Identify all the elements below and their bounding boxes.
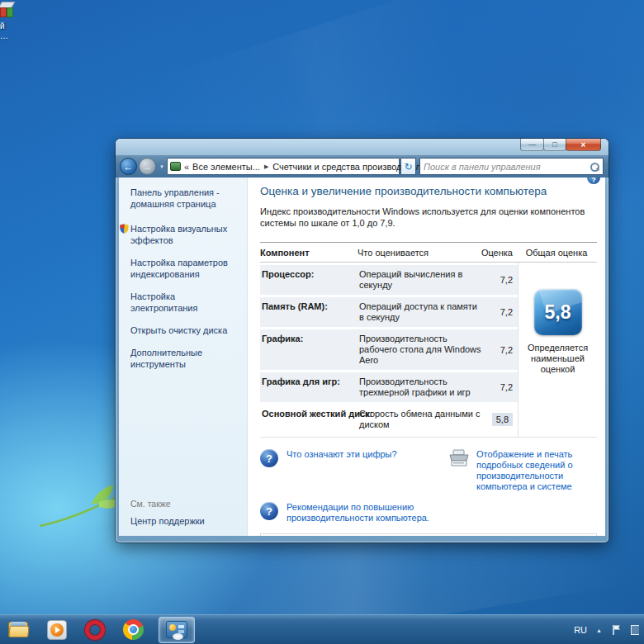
show-hidden-icons-icon[interactable]: ▲ <box>596 627 602 633</box>
col-header-score: Оценка <box>478 248 516 258</box>
sidebar-item-label: Настройка визуальных эффектов <box>130 224 227 245</box>
col-header-component: Компонент <box>260 248 358 258</box>
component-description: Производительность трехмерной графики и … <box>359 376 481 398</box>
package-icon <box>0 2 15 18</box>
tray-partial-icon[interactable] <box>631 625 639 635</box>
component-description: Операций вычисления в секунду <box>359 269 481 291</box>
component-name: Память (RAM): <box>262 301 359 323</box>
opera-icon <box>85 620 105 640</box>
component-name: Основной жесткий диск: <box>262 409 359 430</box>
component-score: 5,8 <box>492 414 518 424</box>
col-header-what: Что оценивается <box>358 248 478 258</box>
taskbar-opera-button[interactable] <box>83 618 107 642</box>
language-indicator[interactable]: RU <box>574 625 587 635</box>
base-score-panel: 5,8 Определяется наименьшей оценкой <box>518 263 597 437</box>
sidebar-item-power[interactable]: Настройка электропитания <box>130 291 242 314</box>
refresh-button[interactable]: ↻ <box>400 158 416 175</box>
link-print-details[interactable]: Отображение и печать подробных сведений … <box>448 449 599 492</box>
printer-icon <box>448 449 470 467</box>
taskbar-chrome-button[interactable] <box>121 618 145 642</box>
table-row: Графика: Производительность рабочего сто… <box>260 329 518 370</box>
base-score-badge: 5,8 <box>534 289 582 335</box>
search-icon[interactable] <box>590 162 599 172</box>
sidebar-item-label: Открыть очистку диска <box>130 325 227 335</box>
component-score: 7,2 <box>500 382 518 392</box>
action-center-flag-icon[interactable] <box>611 624 622 636</box>
sidebar-item-home[interactable]: Панель управления - домашняя страница <box>130 187 242 210</box>
intro-text: Индекс производительности Windows исполь… <box>260 206 589 229</box>
table-header-row: Компонент Что оценивается Оценка Общая о… <box>260 242 597 263</box>
close-button[interactable]: × <box>566 139 601 151</box>
component-score: 7,2 <box>500 345 518 355</box>
component-name: Процессор: <box>262 269 359 291</box>
sidebar-item-label: Настройка электропитания <box>130 291 197 313</box>
breadcrumb-collapse[interactable]: « <box>184 162 189 172</box>
breadcrumb-separator-icon: ▶ <box>264 163 268 170</box>
link-performance-tips[interactable]: ? Рекомендации по повышению производител… <box>260 502 448 523</box>
sidebar-item-disk-cleanup[interactable]: Открыть очистку диска <box>130 324 242 336</box>
component-description: Операций доступа к памяти в секунду <box>359 301 481 323</box>
col-header-base-score: Общая оценка <box>516 248 597 258</box>
performance-tools-icon <box>166 621 187 638</box>
sidebar-item-advanced-tools[interactable]: Дополнительные инструменты <box>130 347 242 370</box>
component-description: Производительность рабочего стола для Wi… <box>359 334 481 366</box>
sidebar: Панель управления - домашняя страница На… <box>119 178 248 536</box>
main-pane: ? Оценка и увеличение производительности… <box>248 178 605 536</box>
table-row: Основной жесткий диск: Скорость обмена д… <box>260 405 518 434</box>
sidebar-item-visual-effects[interactable]: Настройка визуальных эффектов <box>130 223 242 246</box>
component-description: Скорость обмена данными с диском <box>359 409 481 430</box>
desktop: й … — □ × ← → ▼ « Все элементы... ▶ Счет… <box>0 0 644 644</box>
sidebar-item-action-center[interactable]: Центр поддержки <box>130 516 242 526</box>
recent-pages-dropdown-icon[interactable]: ▼ <box>159 164 164 169</box>
question-mark-icon: ? <box>260 449 278 467</box>
link-label[interactable]: Что означают эти цифры? <box>286 449 397 460</box>
table-row: Процессор: Операций вычисления в секунду… <box>260 265 518 295</box>
sidebar-item-label: Настройка параметров индексирования <box>130 258 228 279</box>
help-icon[interactable]: ? <box>587 178 600 184</box>
table-row: Память (RAM): Операций доступа к памяти … <box>260 297 518 327</box>
back-button[interactable]: ← <box>120 158 137 175</box>
link-label[interactable]: Отображение и печать подробных сведений … <box>476 449 599 492</box>
sidebar-item-indexing[interactable]: Настройка параметров индексирования <box>130 257 242 280</box>
desktop-icon-partial[interactable]: й … <box>0 2 33 41</box>
base-score-note: Определяется наименьшей оценкой <box>520 343 596 375</box>
performance-table: Компонент Что оценивается Оценка Общая о… <box>260 242 597 438</box>
system-tray: RU ▲ <box>574 615 639 644</box>
address-bar[interactable]: « Все элементы... ▶ Счетчики и средства … <box>167 158 400 175</box>
taskbar-active-performance-window-button[interactable] <box>159 617 195 643</box>
link-label[interactable]: Рекомендации по повышению производительн… <box>286 502 448 523</box>
component-score: 7,2 <box>500 275 518 285</box>
page-title: Оценка и увеличение производительности к… <box>260 185 599 197</box>
links-section: ? Что означают эти цифры? Отображение и … <box>260 449 599 523</box>
breadcrumb-root[interactable]: Все элементы... <box>192 162 260 172</box>
window-content: Панель управления - домашняя страница На… <box>119 178 605 536</box>
control-panel-window: — □ × ← → ▼ « Все элементы... ▶ Счетчики… <box>116 139 608 542</box>
taskbar-explorer-button[interactable] <box>7 618 31 642</box>
media-player-icon <box>47 620 67 640</box>
maximize-button[interactable]: □ <box>543 139 566 151</box>
link-what-numbers[interactable]: ? Что означают эти цифры? <box>260 449 448 492</box>
titlebar[interactable]: — □ × <box>116 139 608 155</box>
see-also-heading: См. также <box>130 499 242 509</box>
explorer-folder-icon <box>8 622 30 638</box>
uac-shield-icon <box>120 224 129 234</box>
sidebar-item-label: Дополнительные инструменты <box>130 348 202 369</box>
search-box[interactable] <box>419 158 604 175</box>
taskbar: RU ▲ <box>0 614 644 644</box>
minimize-button[interactable]: — <box>520 139 544 151</box>
component-name: Графика: <box>262 334 359 366</box>
taskbar-media-player-button[interactable] <box>45 618 69 642</box>
desktop-icon-label: й … <box>0 21 33 41</box>
forward-button[interactable]: → <box>139 158 156 175</box>
component-score: 7,2 <box>500 307 518 317</box>
component-name: Графика для игр: <box>262 376 359 398</box>
question-mark-icon: ? <box>260 502 278 520</box>
control-panel-icon <box>170 162 181 171</box>
search-input[interactable] <box>424 162 590 172</box>
base-score-value: 5,8 <box>545 301 571 324</box>
table-row: Графика для игр: Производительность трех… <box>260 372 518 402</box>
navigation-bar: ← → ▼ « Все элементы... ▶ Счетчики и сре… <box>116 155 608 178</box>
online-info-box: Подробнее об оценках и программном обесп… <box>260 533 597 536</box>
chrome-icon <box>123 619 144 640</box>
